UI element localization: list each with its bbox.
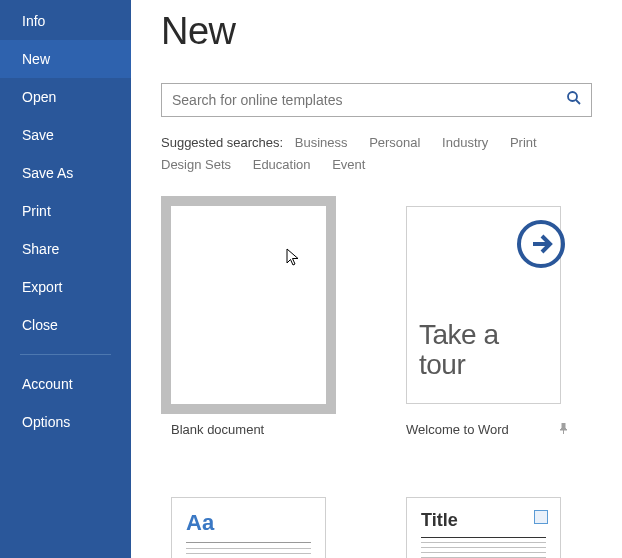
main-panel: New Suggested searches: Business Persona… [131, 0, 622, 558]
suggested-link-design-sets[interactable]: Design Sets [161, 157, 231, 172]
sidebar-item-new[interactable]: New [0, 40, 131, 78]
template-title[interactable]: Title [396, 497, 571, 558]
sidebar-item-save[interactable]: Save [0, 116, 131, 154]
sidebar-item-close[interactable]: Close [0, 306, 131, 344]
page-title: New [161, 10, 592, 53]
document-icon [534, 510, 548, 524]
template-aa[interactable]: Aa [161, 497, 336, 558]
templates-grid: Blank document Take a tour Welcome to Wo… [161, 206, 592, 558]
tour-text: Take a tour [419, 320, 499, 379]
suggested-searches: Suggested searches: Business Personal In… [161, 132, 592, 176]
sidebar-divider [20, 354, 111, 355]
sidebar-item-print[interactable]: Print [0, 192, 131, 230]
pin-icon[interactable] [558, 422, 569, 437]
title-glyph: Title [421, 510, 546, 531]
template-thumb-aa: Aa [171, 497, 326, 558]
template-welcome-to-word[interactable]: Take a tour Welcome to Word [396, 206, 571, 437]
sidebar-item-export[interactable]: Export [0, 268, 131, 306]
backstage-sidebar: Info New Open Save Save As Print Share E… [0, 0, 131, 558]
suggested-link-print[interactable]: Print [510, 135, 537, 150]
suggested-link-education[interactable]: Education [253, 157, 311, 172]
sidebar-item-open[interactable]: Open [0, 78, 131, 116]
search-input[interactable] [161, 83, 592, 117]
arrow-right-circle-icon [516, 219, 566, 273]
suggested-link-personal[interactable]: Personal [369, 135, 420, 150]
suggested-label: Suggested searches: [161, 135, 283, 150]
template-thumb-title: Title [406, 497, 561, 558]
template-label: Blank document [171, 422, 264, 437]
template-label: Welcome to Word [406, 422, 509, 437]
template-blank-document[interactable]: Blank document [161, 206, 336, 437]
sidebar-item-account[interactable]: Account [0, 365, 131, 403]
suggested-link-event[interactable]: Event [332, 157, 365, 172]
sidebar-item-info[interactable]: Info [0, 2, 131, 40]
cursor-icon [286, 248, 302, 272]
template-thumb-blank [171, 206, 326, 404]
template-thumb-tour: Take a tour [406, 206, 561, 404]
sidebar-item-save-as[interactable]: Save As [0, 154, 131, 192]
suggested-link-industry[interactable]: Industry [442, 135, 488, 150]
search-wrap [161, 83, 592, 117]
sidebar-item-options[interactable]: Options [0, 403, 131, 441]
suggested-link-business[interactable]: Business [295, 135, 348, 150]
sidebar-item-share[interactable]: Share [0, 230, 131, 268]
aa-glyph: Aa [186, 510, 311, 536]
